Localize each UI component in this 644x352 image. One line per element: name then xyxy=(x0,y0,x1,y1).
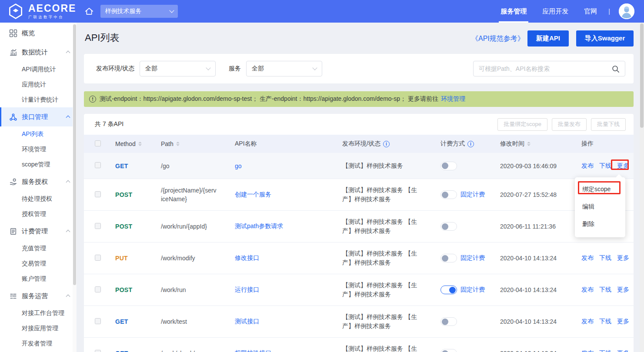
action-link[interactable]: 更多 xyxy=(617,318,629,325)
api-name-link[interactable]: 测试path参数请求 xyxy=(235,222,283,229)
action-link[interactable]: 发布 xyxy=(581,318,594,325)
billing-type-link[interactable]: 固定计费 xyxy=(460,254,485,262)
api-name-link[interactable]: 创建一个服务 xyxy=(235,191,271,198)
billing-toggle[interactable] xyxy=(440,317,457,326)
table-body: GET/gogo【测试】样例技术服务2020-09-03 16:46:09发布下… xyxy=(84,153,634,352)
sidebar-item[interactable]: 交易管理 xyxy=(0,256,77,271)
sort-icon[interactable] xyxy=(138,142,142,146)
topbar-nav: 服务管理应用开发官网 xyxy=(501,0,597,23)
new-api-button[interactable]: 新建API xyxy=(527,30,569,46)
api-name-cell: 权限校验接口 xyxy=(235,349,342,352)
sidebar-item[interactable]: 授权管理 xyxy=(0,206,77,222)
sidebar-group[interactable]: 接口管理 xyxy=(0,107,77,126)
action-link[interactable]: 发布 xyxy=(581,349,594,352)
billing-toggle[interactable] xyxy=(440,254,457,262)
row-checkbox[interactable] xyxy=(95,350,101,352)
sidebar-item[interactable]: 开发者管理 xyxy=(0,336,77,351)
row-checkbox[interactable] xyxy=(95,318,101,324)
row-checkbox-cell xyxy=(95,318,115,325)
api-spec-link[interactable]: 《API规范参考》 xyxy=(471,34,524,43)
action-link[interactable]: 下线 xyxy=(599,286,611,294)
sidebar-item[interactable]: API列表 xyxy=(0,126,77,142)
topbar-nav-item[interactable]: 服务管理 xyxy=(501,0,527,23)
page-scrollbar-thumb[interactable] xyxy=(640,23,644,128)
sidebar-group[interactable]: 计费管理 xyxy=(0,222,77,241)
sidebar-group[interactable]: 服务授权 xyxy=(0,172,77,191)
sidebar-item[interactable]: 充值管理 xyxy=(0,241,77,256)
action-link[interactable]: 更多 xyxy=(617,286,629,294)
sidebar-item[interactable]: API调用统计 xyxy=(0,62,77,77)
home-icon[interactable] xyxy=(84,6,94,17)
sidebar-item[interactable]: 环境管理 xyxy=(0,142,77,157)
header-checkbox-cell xyxy=(95,140,115,148)
action-link[interactable]: 下线 xyxy=(599,162,611,170)
env-manage-link[interactable]: 环境管理 xyxy=(441,95,465,103)
row-checkbox[interactable] xyxy=(95,162,101,168)
sidebar-item[interactable]: 账户管理 xyxy=(0,271,77,286)
billing-toggle[interactable] xyxy=(440,162,457,170)
search-icon[interactable] xyxy=(611,65,620,73)
sort-icon[interactable] xyxy=(176,142,180,146)
api-name-link[interactable]: 修改接口 xyxy=(235,254,259,261)
sidebar-group[interactable]: 数据统计 xyxy=(0,43,77,62)
page-scrollbar[interactable] xyxy=(640,23,644,352)
billing-toggle[interactable] xyxy=(440,222,457,231)
service-selector[interactable]: 样例技术服务 xyxy=(100,5,178,18)
row-checkbox[interactable] xyxy=(95,286,101,292)
menu-item[interactable]: 编辑 xyxy=(575,198,625,216)
service-filter-label: 服务 xyxy=(229,65,241,73)
api-name-link[interactable]: 运行接口 xyxy=(235,286,259,293)
sidebar-item[interactable]: 待处理授权 xyxy=(0,191,77,206)
sidebar-group[interactable]: 概览 xyxy=(0,23,77,43)
action-link[interactable]: 更多 xyxy=(617,349,629,352)
api-name-link[interactable]: go xyxy=(235,163,242,169)
menu-item[interactable]: 删除 xyxy=(575,216,625,233)
action-link[interactable]: 下线 xyxy=(599,349,611,352)
sidebar-group-label: 服务授权 xyxy=(22,178,48,186)
action-link[interactable]: 更多 xyxy=(617,254,629,262)
row-checkbox[interactable] xyxy=(95,255,101,261)
action-link[interactable]: 下线 xyxy=(599,318,611,325)
topbar-nav-item[interactable]: 官网 xyxy=(584,0,597,23)
select-all-checkbox[interactable] xyxy=(95,140,101,146)
sidebar-scrollbar[interactable] xyxy=(73,23,77,352)
service-filter-select[interactable]: 全部 xyxy=(246,61,322,76)
row-checkbox[interactable] xyxy=(95,191,101,197)
batch-button[interactable]: 批量下线 xyxy=(591,118,626,131)
import-swagger-button[interactable]: 导入Swagger xyxy=(576,30,634,46)
billing-toggle[interactable] xyxy=(440,190,457,199)
action-link[interactable]: 下线 xyxy=(599,254,611,262)
sidebar-item[interactable]: 对接应用管理 xyxy=(0,321,77,336)
billing-type-link[interactable]: 固定计费 xyxy=(460,191,485,199)
sidebar-item[interactable]: 计量计费统计 xyxy=(0,92,77,107)
table-row: GET/work/test测试接口【测试】样例技术服务 【生产】样例技术服务20… xyxy=(84,306,634,338)
batch-button[interactable]: 批量发布 xyxy=(552,118,587,131)
billing-toggle[interactable] xyxy=(440,349,457,352)
search-input[interactable] xyxy=(474,65,611,72)
action-link[interactable]: 更多 xyxy=(617,162,629,170)
sidebar-group[interactable]: 服务运营 xyxy=(0,286,77,306)
sort-icon[interactable] xyxy=(527,142,531,146)
avatar[interactable] xyxy=(619,3,634,19)
sidebar-scrollbar-thumb[interactable] xyxy=(73,24,76,285)
api-name-link[interactable]: 测试接口 xyxy=(235,318,259,325)
column-header-label: API名称 xyxy=(235,140,257,148)
sidebar-item[interactable]: 对接工作台管理 xyxy=(0,306,77,321)
api-name-link[interactable]: 权限校验接口 xyxy=(235,349,271,352)
row-checkbox[interactable] xyxy=(95,223,101,229)
path-cell: /work/check/scopes xyxy=(161,349,235,352)
logo: AECORE 广联达数字中台 xyxy=(0,3,76,20)
topbar-nav-item[interactable]: 应用开发 xyxy=(542,0,568,23)
billing-toggle[interactable] xyxy=(440,286,457,294)
sidebar-item[interactable]: scope管理 xyxy=(0,157,77,172)
column-header: 计费方式i xyxy=(440,140,500,148)
batch-button[interactable]: 批量绑定scope xyxy=(497,118,547,131)
env-filter-select[interactable]: 全部 xyxy=(140,61,216,76)
action-link[interactable]: 发布 xyxy=(581,162,594,170)
menu-item[interactable]: 绑定scope xyxy=(575,181,625,198)
action-link[interactable]: 发布 xyxy=(581,286,594,294)
action-link[interactable]: 发布 xyxy=(581,254,594,262)
sidebar-item[interactable]: 应用统计 xyxy=(0,77,77,92)
billing-type-link[interactable]: 固定计费 xyxy=(460,286,485,294)
billing-cell xyxy=(440,222,500,231)
